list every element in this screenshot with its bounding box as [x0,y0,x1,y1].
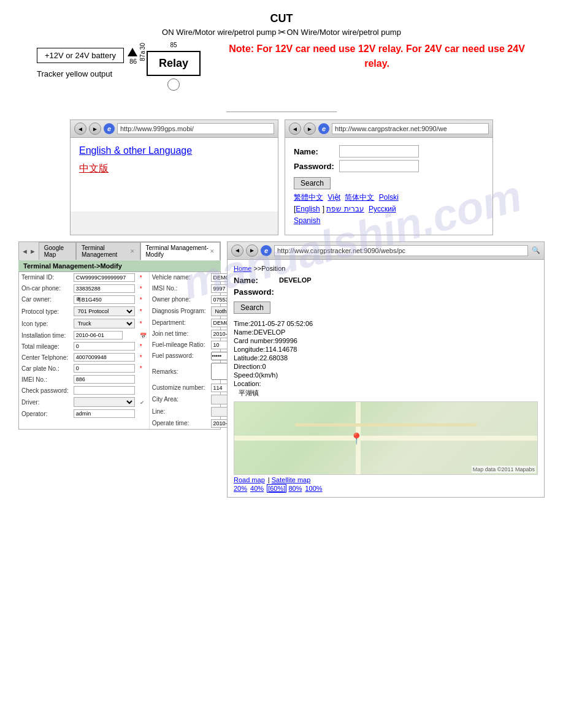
browser-left-url[interactable]: http://www.999gps.mobi/ [117,123,274,134]
calendar-icon[interactable]: 📅 [140,333,147,339]
scissors-icon: ✂ [278,26,286,38]
forward-button-right[interactable]: ► [304,123,316,135]
num-86: 86 [129,58,137,65]
browser-right-url[interactable]: http://www.cargpstracker.net:9090/we [332,123,489,134]
map-copyright: Map data ©2011 Mapabs [472,466,536,473]
num-87a: 87a [140,51,146,63]
install-time-input[interactable] [74,331,123,339]
forward-button[interactable]: ► [89,123,101,135]
direction-info: Direction:0 [234,363,538,370]
lang-hebrew[interactable]: עברית שפת [326,205,364,213]
map-type-links: Road map | Satellite map [234,476,538,483]
form-left: Terminal ID: * On-car phone: * Car owner… [19,272,149,420]
table-row: On-car phone: * [19,283,149,294]
browser-left-content: English & other Language 中文版 [71,138,278,211]
tab-nav-prev[interactable]: ◄ [21,248,28,255]
tab3-close[interactable]: ✕ [210,248,215,254]
password-input[interactable] [339,160,419,172]
road-map-link[interactable]: Road map [234,476,265,483]
gps-panel: ◄ ► e http://www.cargpstracker.net:9090/… [227,241,545,498]
longitude-info: Longitude:114.14678 [234,346,538,353]
map-road-secondary [295,423,477,427]
lang-english[interactable]: English [296,205,320,213]
back-button-right[interactable]: ◄ [289,123,301,135]
browser-left: ◄ ► e http://www.999gps.mobi/ English & … [70,119,278,235]
map-container: 📍 Map data ©2011 Mapabs [234,401,538,475]
terminal-header: Terminal Management->Modify [18,260,221,272]
map-image: 📍 Map data ©2011 Mapabs [234,402,537,474]
lang-viet[interactable]: Việt [327,193,340,202]
tab-google-map[interactable]: Google Map [39,242,76,260]
gps-browser: ◄ ► e http://www.cargpstracker.net:9090/… [227,241,545,498]
table-row: Operator: [19,408,149,419]
gps-search-button[interactable]: Search [234,301,270,314]
zoom-20[interactable]: 20% [234,485,247,492]
gps-forward-button[interactable]: ► [246,245,258,257]
password-label: Password: [294,162,337,171]
name-row: Name: [294,145,484,157]
operator-input[interactable] [74,409,135,418]
icon-type-select[interactable]: Truck [74,319,135,328]
center-tel-input[interactable] [74,353,135,362]
table-row: Car owner: * [19,294,149,306]
total-mileage-input[interactable] [74,342,135,351]
table-row: Protocol type: 701 Protocol * [19,305,149,317]
breadcrumb-separator: >>Position [253,265,285,272]
lang-spanish[interactable]: Spanish [294,216,320,225]
section-divider [226,112,337,112]
gps-content: Home >>Position Name: DEVELOP Password: … [228,260,544,497]
lang-russian[interactable]: Русский [369,205,396,213]
tracker-label: Tracker yellow output [37,69,112,78]
table-row: Icon type: Truck * [19,317,149,330]
browsers-row: ◄ ► e http://www.999gps.mobi/ English & … [0,119,563,235]
protocol-type-select[interactable]: 701 Protocol [74,306,135,316]
imei-input[interactable] [74,375,135,384]
gps-login-form: Name: DEVELOP Password: Search [234,276,538,316]
oncar-phone-input[interactable] [74,284,135,293]
gps-name-row: Name: DEVELOP [234,276,538,285]
check-pw-input[interactable] [74,386,135,395]
back-button[interactable]: ◄ [74,123,86,135]
terminal-id-input[interactable] [74,273,135,282]
table-row: Installation time: 📅 [19,330,149,341]
car-owner-input[interactable] [74,295,135,304]
required-star: * [140,275,142,281]
tab-terminal-modify[interactable]: Terminal Management-Modify ✕ [140,242,221,260]
satellite-map-link[interactable]: Satellite map [272,476,311,483]
english-other-language-link[interactable]: English & other Language [79,145,192,156]
tab-terminal-management[interactable]: Terminal Management ✕ [76,242,140,260]
ie-icon: e [104,123,115,134]
lang-polski[interactable]: Polski [379,193,399,202]
home-link[interactable]: Home [234,265,251,272]
car-plate-input[interactable] [74,364,135,373]
relay-circle [167,78,180,91]
chinese-version-link[interactable]: 中文版 [79,163,109,173]
time-info: Time:2011-05-27 05:52:06 [234,320,538,327]
map-marker: 📍 [350,432,363,446]
lang-traditional-chinese[interactable]: 繁體中文 [294,193,323,202]
ie-icon-right: e [318,123,329,134]
password-row: Password: [294,160,484,172]
wire-label-left: ON Wire/Motor wire/petrol pump [162,28,276,37]
breadcrumb: Home >>Position [234,265,538,272]
language-links: 繁體中文 Việt 简体中文 Polski [English] עברית שפ… [294,192,484,227]
zoom-100[interactable]: 100% [305,485,322,492]
gps-url[interactable]: http://www.cargpstracker.net:9090/webs/p… [274,245,528,256]
search-button[interactable]: Search [294,177,331,189]
speed-info: Speed:0(km/h) [234,371,538,379]
tab2-close[interactable]: ✕ [130,248,135,254]
wire-labels-row: ON Wire/Motor wire/petrol pump ✂ ON Wire… [37,26,526,38]
gps-back-button[interactable]: ◄ [231,245,243,257]
driver-select[interactable] [74,397,135,407]
bottom-panels: ◄ ► Google Map Terminal Management ✕ Ter… [0,241,563,498]
gps-refresh-btn[interactable]: 🔍 [532,246,540,254]
table-row: Terminal ID: * [19,272,149,283]
lang-simplified-chinese[interactable]: 简体中文 [345,193,374,202]
gps-pw-label: Password: [234,287,277,297]
name-info: Name:DEVELOP [234,328,538,336]
zoom-40[interactable]: 40% [250,485,264,492]
tab-nav-next[interactable]: ► [29,248,36,255]
zoom-60-current[interactable]: [60%] [267,484,286,493]
name-input[interactable] [339,145,419,157]
zoom-80[interactable]: 80% [288,485,302,492]
